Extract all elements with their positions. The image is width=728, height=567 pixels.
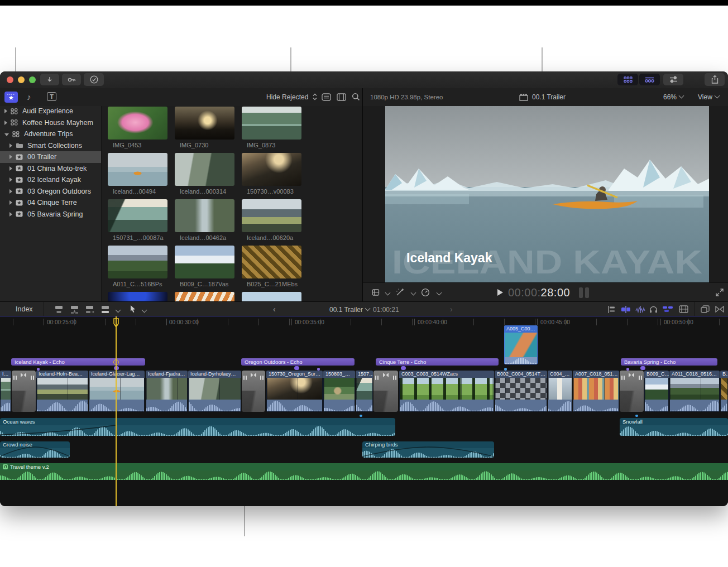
timeline-clip[interactable]: I… bbox=[0, 371, 11, 412]
browser-clip-thumbnail[interactable] bbox=[242, 153, 301, 186]
viewer-video-frame[interactable]: ICELAND KAYAK Iceland Kayak bbox=[385, 106, 709, 282]
browser-clip-thumbnail[interactable] bbox=[175, 107, 234, 140]
playhead-handle-icon[interactable] bbox=[113, 318, 119, 328]
disclosure-triangle-icon[interactable] bbox=[9, 200, 12, 205]
headphones-icon[interactable] bbox=[649, 305, 658, 313]
route-icon[interactable] bbox=[606, 305, 616, 314]
fade-curves[interactable] bbox=[0, 441, 70, 458]
sidebar-item-04-cinque-terre[interactable]: 04 Cinque Terre bbox=[0, 197, 102, 209]
share-button[interactable] bbox=[705, 73, 725, 86]
music-clip[interactable]: Travel theme v.2 bbox=[0, 463, 728, 480]
import-media-button[interactable] bbox=[40, 74, 59, 85]
timeline-clip[interactable]: B009_C… bbox=[644, 371, 669, 412]
timeline-clip[interactable]: C003_C003_0514WZacs bbox=[399, 371, 494, 412]
browser-clip-thumbnail[interactable] bbox=[175, 292, 234, 301]
browser-clip-thumbnail[interactable] bbox=[242, 246, 301, 278]
browser-clip-thumbnail[interactable] bbox=[175, 246, 234, 278]
timeline-clip[interactable]: C004_… bbox=[548, 371, 572, 412]
fullscreen-icon[interactable] bbox=[716, 289, 724, 296]
show-inspector-button[interactable] bbox=[663, 74, 683, 85]
disclosure-triangle-icon[interactable] bbox=[9, 166, 12, 171]
sidebar-photos-audio-icon[interactable]: ♪ bbox=[27, 92, 31, 102]
audio-skimming-icon[interactable] bbox=[621, 306, 631, 313]
browser-clip-thumbnail[interactable] bbox=[242, 107, 301, 140]
disclosure-triangle-icon[interactable] bbox=[4, 109, 7, 113]
disclosure-triangle-icon[interactable] bbox=[9, 155, 12, 159]
audio-meter-right[interactable] bbox=[585, 287, 589, 298]
sidebar-titles-icon[interactable]: T bbox=[47, 92, 56, 101]
show-timeline-button[interactable] bbox=[639, 74, 660, 85]
chevron-down-icon[interactable] bbox=[142, 307, 147, 313]
timeline-clip[interactable]: Iceland-Dyrholaey… bbox=[188, 371, 241, 412]
viewer-zoom-menu[interactable]: 66% bbox=[663, 93, 683, 101]
browser-clip-thumbnail[interactable] bbox=[175, 153, 234, 186]
timeline-clip[interactable]: Iceland-Glacier-Lag… bbox=[89, 371, 145, 412]
sidebar-item-02-iceland-kayak[interactable]: 02 Iceland Kayak bbox=[0, 174, 102, 186]
browser-clip-thumbnail[interactable] bbox=[108, 246, 167, 278]
retime-icon[interactable] bbox=[421, 288, 430, 297]
sidebar-item-koffee-house-mayhem[interactable]: Koffee House Mayhem bbox=[0, 117, 102, 129]
playhead[interactable] bbox=[116, 316, 117, 506]
timeline-ruler[interactable]: 00:00:25:0000:00:30:0000:00:35:0000:00:4… bbox=[0, 316, 728, 329]
title-clip[interactable]: Bavaria Spring - Echo bbox=[621, 358, 717, 366]
cross-dissolve-transition[interactable] bbox=[12, 371, 36, 412]
viewer-view-menu[interactable]: View bbox=[698, 93, 719, 101]
timeline-clip[interactable]: A011_C018_0516… bbox=[669, 371, 720, 412]
show-browser-button[interactable] bbox=[617, 74, 638, 85]
duplicate-icon[interactable] bbox=[701, 305, 710, 313]
timeline-project-menu[interactable]: 00.1 Trailer bbox=[329, 306, 370, 314]
disclosure-triangle-icon[interactable] bbox=[9, 189, 12, 194]
browser-clip-thumbnail[interactable] bbox=[108, 292, 167, 301]
sidebar-clips-icon[interactable] bbox=[4, 92, 18, 103]
insert-edit-icon[interactable] bbox=[69, 305, 80, 314]
browser-clip-thumbnail[interactable] bbox=[108, 153, 167, 186]
sidebar-item-adventure-trips[interactable]: Adventure Trips bbox=[0, 128, 102, 140]
timeline-clip[interactable]: 1507… bbox=[356, 371, 373, 412]
search-icon[interactable] bbox=[352, 93, 360, 101]
viewer-timecode[interactable]: 00:00:28:00 bbox=[508, 286, 570, 299]
timeline-clip[interactable]: B002_C004_0514T… bbox=[495, 371, 547, 412]
browser-clip-thumbnail[interactable] bbox=[108, 199, 167, 232]
audio-clip[interactable]: Chirping birds bbox=[362, 441, 494, 458]
solo-icon[interactable] bbox=[635, 306, 645, 313]
title-clip[interactable]: Oregon Outdoors - Echo bbox=[241, 358, 355, 366]
clip-appearance-icon[interactable] bbox=[322, 93, 331, 101]
snapping-icon[interactable] bbox=[662, 306, 673, 313]
sidebar-item-05-bavaria-spring[interactable]: 05 Bavaria Spring bbox=[0, 209, 102, 220]
title-clip[interactable]: Cinque Terre - Echo bbox=[376, 358, 499, 366]
sidebar-item-01-china-moto-trek[interactable]: 01 China Moto-trek bbox=[0, 163, 102, 175]
index-button[interactable]: Index bbox=[16, 305, 33, 313]
disclosure-triangle-icon[interactable] bbox=[9, 177, 12, 182]
enhancements-wand-icon[interactable] bbox=[395, 288, 405, 297]
timeline-clip[interactable]: Iceland-Hofn-Bea… bbox=[36, 371, 88, 412]
clip-appearance-icon[interactable] bbox=[679, 305, 688, 313]
cross-dissolve-transition[interactable] bbox=[373, 371, 398, 412]
filter-popup[interactable]: Hide Rejected bbox=[266, 93, 308, 101]
stepper-chevrons-icon[interactable] bbox=[313, 93, 317, 101]
cross-dissolve-transition[interactable] bbox=[242, 371, 265, 412]
audio-clip[interactable]: Ocean waves bbox=[0, 418, 395, 436]
audio-meter-left[interactable] bbox=[579, 287, 583, 298]
overwrite-edit-icon[interactable] bbox=[100, 305, 111, 314]
audio-clip[interactable]: Crowd noise bbox=[0, 441, 70, 458]
sidebar-item-smart-collections[interactable]: Smart Collections bbox=[0, 140, 102, 152]
pointer-tool-icon[interactable] bbox=[130, 305, 136, 314]
trim-icon[interactable] bbox=[715, 306, 724, 313]
crop-tools-icon[interactable] bbox=[372, 289, 381, 296]
title-clip[interactable]: Iceland Kayak - Echo bbox=[11, 358, 145, 366]
timeline-clip[interactable]: Iceland-Fjadra… bbox=[146, 371, 188, 412]
disclosure-triangle-icon[interactable] bbox=[9, 212, 12, 217]
previous-project-button[interactable]: ‹ bbox=[273, 305, 276, 314]
disclosure-triangle-icon[interactable] bbox=[9, 143, 12, 148]
sidebar-item-03-oregon-outdoors[interactable]: 03 Oregon Outdoors bbox=[0, 186, 102, 198]
disclosure-triangle-icon[interactable] bbox=[4, 121, 7, 125]
zoom-window-button[interactable] bbox=[29, 76, 36, 83]
next-project-button[interactable]: › bbox=[450, 305, 453, 314]
minimize-window-button[interactable] bbox=[18, 76, 25, 83]
timeline-clip[interactable]: 150730_Oregon_Sur… bbox=[266, 371, 323, 412]
sidebar-item-00-trailer[interactable]: 00 Trailer bbox=[0, 151, 102, 163]
fade-curves[interactable] bbox=[362, 441, 494, 458]
keyword-editor-button[interactable] bbox=[62, 74, 81, 85]
cross-dissolve-transition[interactable] bbox=[620, 371, 644, 412]
browser-clip-thumbnail[interactable] bbox=[108, 107, 167, 140]
